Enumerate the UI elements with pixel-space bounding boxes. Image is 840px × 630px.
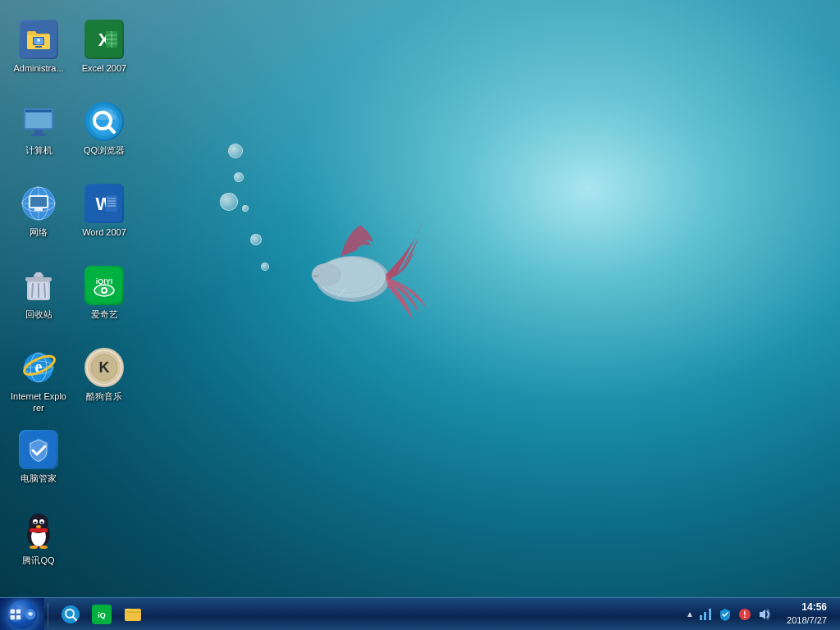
- bubble: [228, 144, 243, 158]
- tray-security-icon[interactable]: [717, 606, 733, 623]
- taskbar-explorer[interactable]: [119, 600, 147, 628]
- svg-point-74: [36, 525, 41, 528]
- desktop: Administra... X Excel 2007: [0, 0, 840, 630]
- icon-ie[interactable]: e Internet Explorer: [7, 343, 71, 425]
- svg-rect-77: [30, 528, 48, 532]
- svg-rect-20: [25, 110, 52, 128]
- icon-qq-browser[interactable]: QQ浏览器: [72, 97, 136, 179]
- icon-excel-2007[interactable]: X Excel 2007: [72, 15, 136, 97]
- word-icon: W: [84, 184, 124, 223]
- start-orb: [7, 600, 37, 629]
- quick-launch: iQ: [52, 598, 152, 631]
- svg-rect-23: [31, 134, 46, 136]
- bubble: [220, 193, 238, 211]
- svg-rect-82: [16, 614, 21, 619]
- icon-kugo-music[interactable]: K 酷狗音乐: [72, 343, 136, 425]
- bubble: [242, 205, 249, 212]
- icon-word-2007[interactable]: W Word 2007: [72, 179, 136, 261]
- kugo-label: 酷狗音乐: [86, 390, 122, 402]
- taskbar-qq-browser[interactable]: [57, 600, 84, 628]
- desktop-icons-area: Administra... X Excel 2007: [0, 8, 144, 596]
- pcmgr-icon: [19, 430, 58, 469]
- ie-icon: e: [19, 348, 58, 387]
- recycle-icon: [19, 266, 58, 305]
- clock-date: 2018/7/27: [783, 614, 827, 627]
- ie-label: Internet Explorer: [10, 390, 67, 414]
- icon-recycle-bin[interactable]: 回收站: [7, 261, 71, 343]
- start-button[interactable]: [0, 598, 44, 631]
- system-clock[interactable]: 14:56 2018/7/27: [776, 600, 833, 627]
- svg-rect-79: [11, 609, 15, 613]
- taskbar-iqiyi[interactable]: iQ: [88, 600, 116, 628]
- svg-text:iQ: iQ: [98, 611, 106, 619]
- svg-rect-22: [34, 130, 43, 134]
- svg-line-48: [32, 284, 33, 297]
- tray-network-icon[interactable]: [697, 606, 714, 623]
- svg-point-55: [103, 289, 106, 292]
- administrator-icon: [19, 20, 58, 59]
- icon-iqiyi[interactable]: iQIYI 爱奇艺: [72, 261, 136, 343]
- svg-text:!: !: [743, 610, 746, 619]
- icon-grid: Administra... X Excel 2007: [0, 8, 144, 596]
- icon-network[interactable]: 网络: [7, 179, 71, 261]
- qq-browser-label: QQ浏览器: [84, 144, 125, 156]
- system-tray: ▲ !: [679, 598, 840, 631]
- svg-rect-47: [35, 272, 42, 276]
- svg-line-50: [44, 284, 45, 297]
- administrator-label: Administra...: [13, 62, 63, 74]
- icon-pc-manager[interactable]: 电脑管家: [7, 425, 71, 507]
- tray-expand-button[interactable]: ▲: [686, 609, 694, 619]
- svg-rect-90: [704, 612, 706, 620]
- bubble: [250, 234, 262, 245]
- svg-point-5: [312, 263, 341, 286]
- network-icon: [19, 184, 58, 223]
- kugo-icon: K: [84, 348, 124, 387]
- svg-point-78: [8, 607, 23, 622]
- svg-text:K: K: [99, 359, 110, 376]
- pcmgr-label: 电脑管家: [21, 472, 57, 484]
- icon-computer[interactable]: 计算机: [7, 97, 71, 179]
- svg-point-72: [34, 522, 37, 524]
- svg-rect-9: [35, 46, 42, 48]
- bubble: [234, 172, 244, 182]
- qq-browser-icon: [84, 102, 124, 141]
- word-label: Word 2007: [82, 226, 126, 238]
- fish-decoration: [279, 180, 427, 345]
- svg-rect-21: [25, 110, 52, 112]
- tray-safety-icon[interactable]: !: [737, 606, 753, 623]
- iqiyi-label: 爱奇艺: [91, 308, 118, 320]
- svg-point-10: [37, 39, 40, 42]
- tencent-qq-label: 腾讯QQ: [22, 555, 54, 566]
- excel-icon: X: [84, 20, 124, 59]
- tray-volume-icon[interactable]: [756, 606, 773, 623]
- taskbar-separator: [48, 603, 48, 626]
- clock-time: 14:56: [783, 600, 827, 614]
- icon-administrator[interactable]: Administra...: [7, 15, 71, 97]
- svg-point-75: [30, 546, 38, 549]
- svg-rect-81: [11, 614, 15, 619]
- svg-point-76: [39, 546, 48, 549]
- svg-rect-34: [30, 197, 47, 207]
- icon-tencent-qq[interactable]: 腾讯QQ: [7, 507, 71, 589]
- svg-rect-35: [34, 208, 43, 211]
- svg-rect-91: [709, 609, 711, 620]
- bubble: [261, 262, 269, 271]
- iqiyi-icon: iQIYI: [84, 266, 124, 305]
- svg-point-73: [41, 522, 43, 524]
- recycle-label: 回收站: [25, 308, 52, 320]
- excel-label: Excel 2007: [82, 62, 126, 74]
- svg-rect-89: [700, 615, 702, 620]
- computer-icon: [19, 102, 58, 141]
- network-label: 网络: [30, 226, 48, 238]
- computer-label: 计算机: [25, 144, 52, 156]
- tencent-qq-icon: [19, 512, 58, 551]
- svg-rect-80: [16, 609, 21, 613]
- taskbar: iQ ▲: [0, 597, 840, 630]
